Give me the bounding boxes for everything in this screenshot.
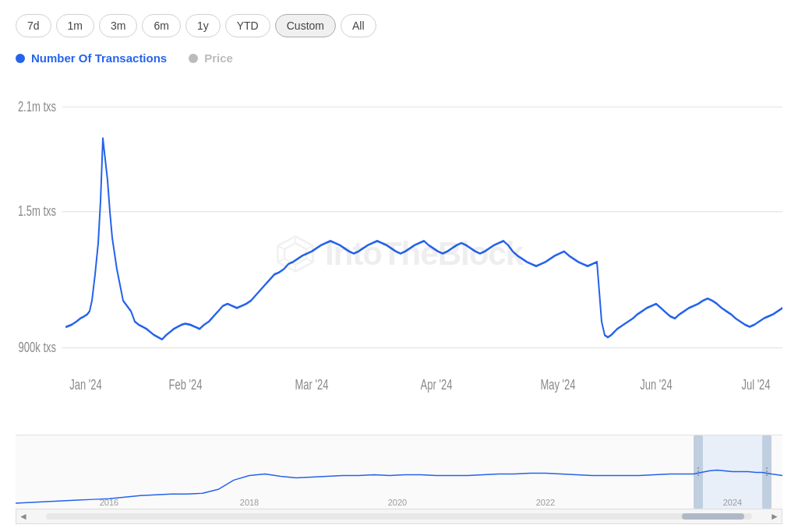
svg-text:2022: 2022	[536, 498, 555, 507]
svg-text:900k txs: 900k txs	[19, 340, 57, 354]
svg-text:Jun '24: Jun '24	[640, 377, 673, 392]
legend-label-transactions: Number Of Transactions	[31, 51, 167, 65]
legend-dot-transactions	[16, 54, 25, 63]
btn-1y[interactable]: 1y	[185, 14, 221, 37]
svg-text:⋮: ⋮	[693, 466, 704, 478]
legend-price: Price	[189, 51, 233, 65]
scrollbar-track[interactable]	[46, 513, 752, 520]
svg-text:2016: 2016	[100, 498, 118, 507]
scroll-left-button[interactable]: ◄	[16, 509, 30, 523]
btn-6m[interactable]: 6m	[142, 14, 180, 37]
main-chart-wrapper: IntoTheBlock 2.1m txs 1.5m txs 900k txs …	[16, 76, 782, 524]
svg-text:2020: 2020	[388, 498, 407, 507]
legend-transactions: Number Of Transactions	[16, 51, 167, 65]
app-container: 7d 1m 3m 6m 1y YTD Custom All Number Of …	[0, 0, 798, 532]
svg-text:2024: 2024	[723, 498, 742, 507]
btn-custom[interactable]: Custom	[275, 14, 336, 37]
svg-text:Apr '24: Apr '24	[421, 377, 453, 392]
chart-svg-container: 2.1m txs 1.5m txs 900k txs Jan '24 Feb '…	[16, 76, 782, 432]
svg-text:Jan '24: Jan '24	[69, 377, 102, 392]
svg-text:⋮: ⋮	[761, 466, 772, 478]
legend-dot-price	[189, 54, 198, 63]
btn-ytd[interactable]: YTD	[225, 14, 270, 37]
svg-text:Feb '24: Feb '24	[169, 377, 203, 392]
svg-text:Jul '24: Jul '24	[741, 377, 771, 392]
time-range-bar: 7d 1m 3m 6m 1y YTD Custom All	[16, 14, 782, 37]
main-chart-area[interactable]: IntoTheBlock 2.1m txs 1.5m txs 900k txs …	[16, 76, 782, 432]
svg-text:May '24: May '24	[540, 377, 575, 392]
btn-7d[interactable]: 7d	[16, 14, 51, 37]
btn-1m[interactable]: 1m	[56, 14, 94, 37]
legend-label-price: Price	[204, 51, 233, 65]
svg-text:2018: 2018	[240, 498, 259, 507]
svg-text:1.5m txs: 1.5m txs	[18, 203, 56, 218]
btn-all[interactable]: All	[341, 14, 376, 37]
btn-3m[interactable]: 3m	[99, 14, 137, 37]
scrollbar[interactable]: ◄ ►	[16, 509, 782, 524]
chart-legend: Number Of Transactions Price	[16, 51, 782, 65]
mini-chart-wrapper: ⋮ ⋮ 2016 2018 2020 2022 2024	[16, 435, 782, 509]
svg-text:Mar '24: Mar '24	[295, 377, 329, 392]
scroll-right-button[interactable]: ►	[768, 509, 782, 523]
svg-text:2.1m txs: 2.1m txs	[18, 99, 56, 114]
